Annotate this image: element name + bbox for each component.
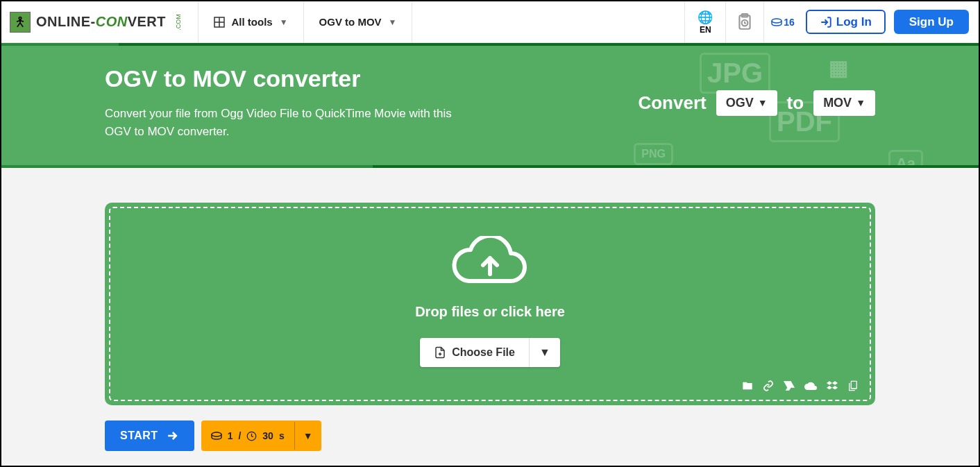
- cost-main: 1 / 30 s: [201, 422, 294, 450]
- clipboard-history[interactable]: [726, 1, 764, 42]
- signup-label: Sign Up: [909, 15, 954, 28]
- link-icon[interactable]: [763, 380, 774, 391]
- cost-dropdown[interactable]: ▼: [294, 422, 321, 450]
- clipboard-icon[interactable]: [847, 380, 859, 391]
- page-title: OGV to MOV converter: [105, 65, 638, 92]
- brand-text: ONLINE-CONVERT: [36, 14, 166, 30]
- top-bar: ONLINE-CONVERT .COM All tools ▼ OGV to M…: [1, 1, 979, 43]
- convert-label: Convert: [638, 92, 706, 114]
- nav-all-tools-label: All tools: [232, 16, 273, 28]
- svg-point-7: [212, 432, 221, 436]
- cost-time: 30: [262, 430, 273, 441]
- login-icon: [820, 16, 832, 28]
- dropzone-area[interactable]: Drop files or click here Choose File ▼: [109, 207, 871, 401]
- cost-button[interactable]: 1 / 30 s ▼: [201, 421, 321, 451]
- to-label: to: [787, 92, 804, 114]
- chevron-down-icon: ▼: [280, 17, 288, 27]
- cost-unit: s: [279, 430, 285, 441]
- dropzone: Drop files or click here Choose File ▼: [105, 203, 875, 405]
- coins-count: 16: [784, 17, 795, 28]
- chevron-down-icon: ▼: [303, 430, 313, 441]
- hero-convert-controls: Convert OGV ▼ to MOV ▼: [638, 90, 875, 116]
- from-format-select[interactable]: OGV ▼: [716, 90, 777, 116]
- google-drive-icon[interactable]: [784, 380, 795, 391]
- folder-icon[interactable]: [742, 380, 753, 391]
- action-bar: START 1 / 30 s ▼: [105, 421, 875, 451]
- choose-file-dropdown[interactable]: ▼: [529, 338, 560, 367]
- signup-button[interactable]: Sign Up: [894, 10, 969, 34]
- globe-icon: 🌐: [698, 10, 713, 25]
- language-selector[interactable]: 🌐 EN: [684, 1, 726, 42]
- coin-icon: [771, 18, 782, 26]
- coin-icon: [211, 432, 222, 440]
- brand-pre: ONLINE-: [36, 14, 96, 29]
- chevron-down-icon: ▼: [758, 97, 768, 108]
- svg-point-0: [19, 17, 21, 19]
- login-button[interactable]: Log In: [806, 10, 886, 34]
- hero-text: OGV to MOV converter Convert your file f…: [105, 65, 638, 140]
- dropzone-text: Drop files or click here: [124, 304, 856, 320]
- to-format-select[interactable]: MOV ▼: [813, 90, 875, 116]
- file-plus-icon: [434, 346, 446, 359]
- cloud-upload-icon: [448, 236, 532, 291]
- hero: JPG PDF PNG ▦ Aa OGV to MOV converter Co…: [1, 46, 979, 165]
- login-label: Log In: [836, 15, 872, 29]
- coins-balance[interactable]: 16: [764, 1, 802, 42]
- chevron-down-icon: ▼: [539, 346, 550, 359]
- svg-rect-6: [851, 381, 856, 389]
- clipboard-clock-icon: [736, 13, 754, 31]
- choose-file-label: Choose File: [452, 346, 515, 359]
- to-format-value: MOV: [823, 96, 852, 110]
- logo-icon: [10, 12, 31, 33]
- from-format-value: OGV: [726, 96, 754, 110]
- start-label: START: [120, 430, 158, 442]
- brand-suf: VERT: [128, 14, 166, 29]
- grid-icon: [214, 17, 225, 28]
- page-subtitle: Convert your file from Ogg Video File to…: [105, 105, 466, 140]
- source-icons: [742, 380, 859, 391]
- main-content: Drop files or click here Choose File ▼: [105, 168, 875, 465]
- cost-coins: 1: [228, 430, 233, 441]
- svg-point-5: [772, 19, 782, 23]
- cost-sep: /: [238, 430, 241, 441]
- nav-converter-type[interactable]: OGV to MOV ▼: [304, 1, 413, 42]
- brand-mid: CON: [96, 14, 128, 29]
- choose-file-group: Choose File ▼: [420, 338, 560, 367]
- logo[interactable]: ONLINE-CONVERT .COM: [1, 1, 198, 42]
- clock-icon: [246, 431, 257, 441]
- arrow-right-icon: [165, 429, 179, 443]
- chevron-down-icon: ▼: [389, 17, 397, 27]
- choose-file-button[interactable]: Choose File: [420, 338, 529, 367]
- start-button[interactable]: START: [105, 421, 194, 451]
- chevron-down-icon: ▼: [856, 97, 865, 108]
- brand-tld: .COM: [175, 14, 182, 31]
- dropbox-icon[interactable]: [827, 380, 838, 391]
- onedrive-icon[interactable]: [804, 380, 817, 391]
- language-label: EN: [700, 25, 711, 35]
- nav-all-tools[interactable]: All tools ▼: [198, 1, 304, 42]
- nav-converter-label: OGV to MOV: [319, 16, 382, 28]
